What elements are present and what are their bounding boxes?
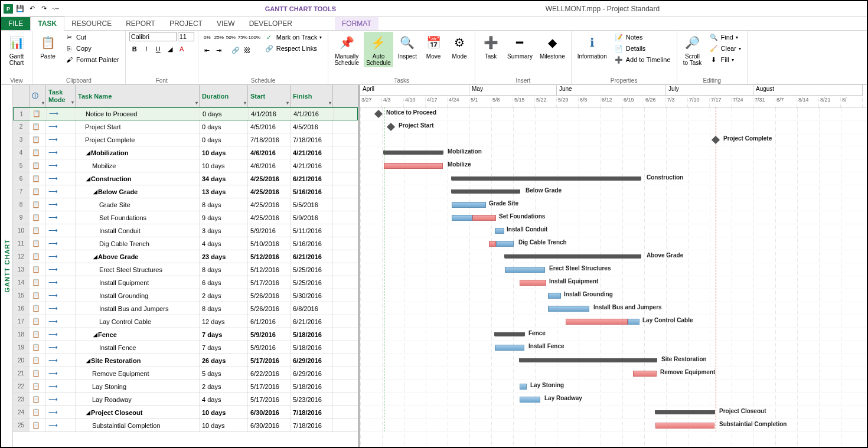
col-task-mode[interactable]: Task Mode▾ (46, 85, 76, 107)
summary-bar[interactable] (505, 254, 641, 259)
gantt-row[interactable]: Site Restoration (360, 354, 867, 367)
table-row[interactable]: 17📋⟶Lay Control Cable12 days6/1/20166/21… (13, 315, 358, 328)
gantt-row[interactable]: Project Complete (360, 133, 867, 146)
table-row[interactable]: 5📋⟶Mobilize10 days4/6/20164/21/2016 (13, 159, 358, 172)
table-row[interactable]: 20📋⟶◢ Site Restoration26 days5/17/20166/… (13, 354, 358, 367)
task-bar[interactable] (520, 280, 546, 286)
col-indicators[interactable]: ⓘ▾ (30, 85, 46, 107)
move-button[interactable]: 📅 Move (422, 32, 445, 61)
gantt-row[interactable]: Mobilization (360, 146, 867, 159)
gantt-row[interactable]: Erect Steel Structures (360, 263, 867, 276)
gantt-row[interactable]: Lay Roadway (360, 393, 867, 406)
table-row[interactable]: 1📋⟶Notice to Proceed0 days4/1/20164/1/20… (13, 107, 358, 120)
font-color-button[interactable]: A (177, 44, 187, 54)
information-button[interactable]: ℹ Information (575, 32, 609, 61)
tab-view[interactable]: VIEW (210, 17, 242, 30)
table-row[interactable]: 21📋⟶Remove Equipment5 days6/22/20166/29/… (13, 367, 358, 380)
mode-button[interactable]: ⚙ Mode (448, 32, 471, 61)
gantt-row[interactable]: Install Fence (360, 341, 867, 354)
gantt-row[interactable]: Above Grade (360, 250, 867, 263)
notes-button[interactable]: 📝Notes (612, 32, 673, 42)
table-row[interactable]: 12📋⟶◢ Above Grade23 days5/12/20166/21/20… (13, 250, 358, 263)
task-bar[interactable] (520, 397, 540, 403)
col-start[interactable]: Start▾ (248, 85, 291, 107)
col-finish[interactable]: Finish▾ (291, 85, 333, 107)
pct-25-button[interactable]: 25% (214, 32, 224, 42)
milestone-marker[interactable] (374, 110, 383, 118)
table-row[interactable]: 10📋⟶Install Conduit3 days5/9/20165/11/20… (13, 224, 358, 237)
table-row[interactable]: 23📋⟶Lay Roadway4 days5/17/20165/23/2016 (13, 393, 358, 406)
gantt-chart-button[interactable]: 📊 Gantt Chart (5, 32, 28, 67)
inspect-button[interactable]: 🔍 Inspect (396, 32, 419, 61)
summary-bar[interactable] (452, 176, 641, 181)
task-bar[interactable] (505, 267, 545, 273)
font-size-input[interactable] (178, 32, 194, 41)
gantt-row[interactable]: Install Equipment (360, 276, 867, 289)
task-bar[interactable] (548, 306, 589, 312)
task-bar[interactable] (495, 345, 524, 351)
gantt-row[interactable]: Set Foundations (360, 211, 867, 224)
tab-task[interactable]: TASK (30, 17, 64, 31)
col-task-name[interactable]: Task Name▾ (76, 85, 200, 107)
col-row-number[interactable] (13, 85, 30, 107)
table-row[interactable]: 7📋⟶◢ Below Grade13 days4/25/20165/16/201… (13, 185, 358, 198)
table-row[interactable]: 25📋⟶Substaintial Completion10 days6/30/2… (13, 419, 358, 432)
table-row[interactable]: 4📋⟶◢ Mobilization10 days4/6/20164/21/201… (13, 146, 358, 159)
pct-0-button[interactable]: 0% (202, 32, 213, 42)
tab-project[interactable]: PROJECT (162, 17, 210, 30)
table-row[interactable]: 15📋⟶Install Grounding2 days5/26/20165/30… (13, 289, 358, 302)
summary-button[interactable]: ━ Summary (505, 32, 535, 61)
table-row[interactable]: 13📋⟶Erect Steel Structures8 days5/12/201… (13, 263, 358, 276)
undo-icon[interactable]: ↶ (27, 4, 37, 14)
table-row[interactable]: 9📋⟶Set Foundations9 days4/25/20165/9/201… (13, 211, 358, 224)
gantt-row[interactable]: Fence (360, 328, 867, 341)
mark-on-track-button[interactable]: ✓Mark on Track ▾ (262, 32, 325, 42)
outdent-button[interactable]: ⇤ (202, 45, 213, 55)
table-row[interactable]: 2📋⟶Project Start0 days4/5/20164/5/2016 (13, 120, 358, 133)
gantt-row[interactable]: Install Conduit (360, 224, 867, 237)
summary-bar[interactable] (384, 151, 443, 155)
task-bar[interactable] (655, 423, 714, 429)
summary-bar[interactable] (520, 358, 657, 362)
task-bar[interactable] (520, 384, 527, 390)
table-row[interactable]: 6📋⟶◢ Construction34 days4/25/20166/21/20… (13, 172, 358, 185)
gantt-row[interactable]: Notice to Proceed (360, 107, 867, 120)
table-row[interactable]: 18📋⟶◢ Fence7 days5/9/20165/18/2016 (13, 328, 358, 341)
task-bar[interactable] (566, 319, 628, 325)
table-row[interactable]: 16📋⟶Install Bus and Jumpers8 days5/26/20… (13, 302, 358, 315)
redo-icon[interactable]: ↷ (39, 4, 48, 14)
gantt-row[interactable]: Below Grade (360, 185, 867, 198)
scroll-to-task-button[interactable]: 🔎 Scroll to Task (681, 32, 704, 67)
clear-button[interactable]: 🧹Clear ▾ (707, 43, 743, 54)
gantt-body[interactable]: Notice to ProceedProject StartProject Co… (360, 107, 867, 432)
copy-button[interactable]: ⎘Copy (62, 43, 122, 54)
gantt-row[interactable]: Install Grounding (360, 289, 867, 302)
gantt-row[interactable]: Mobilize (360, 159, 867, 172)
paste-button[interactable]: 📋 Paste (36, 32, 60, 61)
milestone-marker[interactable] (387, 123, 395, 131)
tab-developer[interactable]: DEVELOPER (242, 17, 299, 30)
task-bar[interactable] (452, 202, 486, 208)
table-row[interactable]: 14📋⟶Install Equipment6 days5/17/20165/25… (13, 276, 358, 289)
activity-icon[interactable]: 〰 (51, 4, 60, 14)
col-duration[interactable]: Duration▾ (200, 85, 248, 107)
summary-bar[interactable] (655, 410, 714, 414)
underline-button[interactable]: U (153, 44, 164, 54)
unlink-button[interactable]: ⛓ (242, 45, 253, 55)
summary-bar[interactable] (495, 332, 524, 336)
summary-bar[interactable] (452, 189, 520, 194)
table-row[interactable]: 11📋⟶Dig Cable Trench4 days5/10/20165/16/… (13, 237, 358, 250)
tab-format[interactable]: FORMAT (335, 17, 378, 30)
gantt-row[interactable]: Project Closeout (360, 406, 867, 419)
gantt-row[interactable]: Grade Site (360, 198, 867, 211)
table-row[interactable]: 8📋⟶Grade Site8 days4/25/20165/5/2016 (13, 198, 358, 211)
gantt-row[interactable]: Substaintial Completion (360, 419, 867, 432)
gantt-row[interactable]: Lay Control Cable (360, 315, 867, 328)
task-bar[interactable] (452, 215, 472, 221)
link-button[interactable]: 🔗 (230, 45, 241, 55)
font-name-input[interactable] (129, 32, 177, 41)
table-row[interactable]: 3📋⟶Project Complete0 days7/18/20167/18/2… (13, 133, 358, 146)
indent-button[interactable]: ⇥ (214, 45, 224, 55)
milestone-marker[interactable] (712, 136, 720, 144)
task-bar[interactable] (633, 371, 657, 377)
